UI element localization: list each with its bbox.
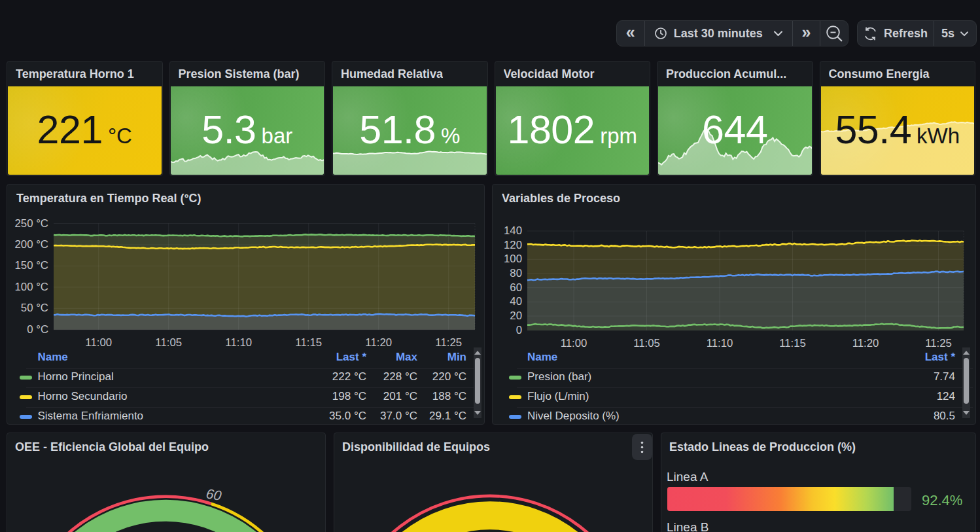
svg-text:140: 140 — [504, 224, 522, 237]
svg-text:11:15: 11:15 — [779, 337, 806, 349]
svg-text:250 °C: 250 °C — [15, 217, 49, 230]
svg-text:11:05: 11:05 — [155, 336, 182, 349]
svg-text:100 °C: 100 °C — [15, 281, 49, 293]
svg-text:40: 40 — [510, 295, 522, 308]
svg-text:200 °C: 200 °C — [15, 238, 49, 251]
svg-text:11:10: 11:10 — [225, 336, 252, 349]
svg-text:11:20: 11:20 — [365, 336, 392, 349]
svg-text:11:20: 11:20 — [852, 337, 879, 349]
svg-text:11:00: 11:00 — [561, 337, 587, 349]
svg-text:100: 100 — [504, 253, 522, 265]
svg-text:11:15: 11:15 — [295, 336, 322, 349]
svg-text:80: 80 — [510, 267, 522, 279]
svg-text:11:05: 11:05 — [633, 337, 660, 349]
svg-text:11:00: 11:00 — [85, 336, 112, 349]
svg-text:20: 20 — [510, 310, 522, 322]
svg-text:11:25: 11:25 — [435, 336, 462, 349]
svg-text:60: 60 — [510, 281, 522, 294]
svg-text:11:10: 11:10 — [707, 337, 733, 349]
svg-text:0 °C: 0 °C — [27, 323, 48, 336]
svg-text:150 °C: 150 °C — [15, 259, 49, 272]
svg-text:0: 0 — [516, 324, 522, 336]
svg-text:120: 120 — [504, 239, 522, 251]
svg-text:60: 60 — [205, 486, 222, 503]
svg-text:11:25: 11:25 — [925, 337, 952, 349]
svg-text:50 °C: 50 °C — [21, 302, 48, 314]
